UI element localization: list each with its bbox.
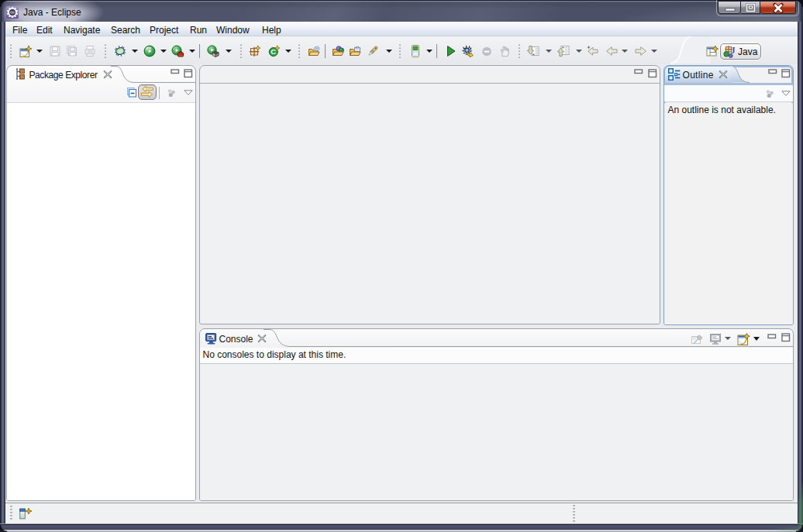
svg-text:C: C — [271, 47, 276, 56]
svg-text:J: J — [731, 46, 736, 55]
